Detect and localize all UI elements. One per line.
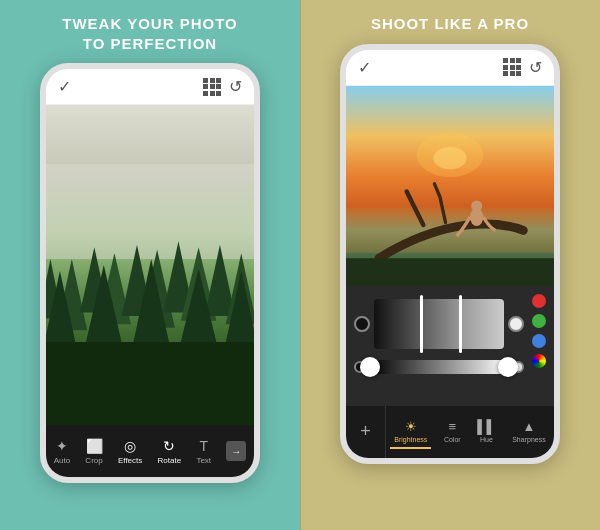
toolbar-item-crop[interactable]: ⬜ Crop xyxy=(85,438,102,465)
toolbar-item-effects[interactable]: ◎ Effects xyxy=(118,438,142,465)
crop-icon: ⬜ xyxy=(86,438,103,454)
svg-point-20 xyxy=(433,147,466,169)
gradient-box xyxy=(374,299,504,349)
left-headline-line2: TO PERFECTION xyxy=(62,34,237,54)
right-phone-mockup: ✓ ↺ xyxy=(340,44,560,464)
swatch-multicolor[interactable] xyxy=(532,354,546,368)
left-headline-line1: TWEAK YOUR PHOTO xyxy=(62,14,237,34)
tab-hue[interactable]: ▌▌ Hue xyxy=(473,415,499,449)
left-photo-area xyxy=(46,105,254,425)
left-panel: TWEAK YOUR PHOTO TO PERFECTION ✓ ↺ xyxy=(0,0,300,530)
color-icon: ≡ xyxy=(448,419,456,434)
right-headline: SHOOT LIKE A PRO xyxy=(351,0,549,44)
bw-right-handle[interactable] xyxy=(498,357,518,377)
right-photo-area xyxy=(346,86,554,286)
right-gradient-handle[interactable] xyxy=(459,295,462,353)
swatch-red[interactable] xyxy=(532,294,546,308)
effects-label: Effects xyxy=(118,456,142,465)
left-phone-mockup: ✓ ↺ xyxy=(40,63,260,483)
left-phone-toolbar: ✦ Auto ⬜ Crop ◎ Effects ↻ Rotate T Text … xyxy=(46,425,254,477)
forest-photo xyxy=(46,105,254,425)
hue-icon: ▌▌ xyxy=(477,419,495,434)
brightness-label: Brightness xyxy=(394,436,427,443)
left-headline: TWEAK YOUR PHOTO TO PERFECTION xyxy=(42,0,257,63)
bw-gradient-row xyxy=(354,360,524,374)
right-panel: SHOOT LIKE A PRO ✓ ↺ xyxy=(300,0,600,530)
left-phone-top-bar: ✓ ↺ xyxy=(46,69,254,105)
sharpness-icon: ▲ xyxy=(523,419,536,434)
check-icon: ✓ xyxy=(58,77,71,96)
grid-icon[interactable] xyxy=(203,78,221,96)
bw-left-handle[interactable] xyxy=(360,357,380,377)
text-icon: T xyxy=(199,438,208,454)
panel-divider xyxy=(300,0,301,530)
swatch-blue[interactable] xyxy=(532,334,546,348)
black-point-dot[interactable] xyxy=(354,316,370,332)
svg-point-23 xyxy=(471,200,482,211)
hue-label: Hue xyxy=(480,436,493,443)
refresh-icon[interactable]: ↺ xyxy=(229,77,242,96)
tab-color[interactable]: ≡ Color xyxy=(440,415,465,449)
tab-brightness[interactable]: ☀ Brightness xyxy=(390,415,431,449)
toolbar-item-text[interactable]: T Text xyxy=(196,438,211,465)
crop-label: Crop xyxy=(85,456,102,465)
right-phone-top-bar: ✓ ↺ xyxy=(346,50,554,86)
auto-icon: ✦ xyxy=(56,438,68,454)
svg-rect-1 xyxy=(46,164,254,259)
sunset-photo xyxy=(346,86,554,286)
svg-rect-24 xyxy=(346,258,554,286)
right-check-icon: ✓ xyxy=(358,58,371,77)
white-point-dot[interactable] xyxy=(508,316,524,332)
effects-icon: ◎ xyxy=(124,438,136,454)
left-gradient-handle[interactable] xyxy=(420,295,423,353)
rotate-label: Rotate xyxy=(158,456,182,465)
tab-sharpness[interactable]: ▲ Sharpness xyxy=(508,415,549,449)
text-label: Text xyxy=(196,456,211,465)
right-grid-icon[interactable] xyxy=(503,58,521,76)
right-refresh-icon[interactable]: ↺ xyxy=(529,58,542,77)
top-bar-right-icons: ↺ xyxy=(203,77,242,96)
right-headline-line1: SHOOT LIKE A PRO xyxy=(371,14,529,34)
color-label: Color xyxy=(444,436,461,443)
toolbar-item-rotate[interactable]: ↻ Rotate xyxy=(158,438,182,465)
svg-rect-17 xyxy=(46,342,254,425)
right-toolbar-tabs: ☀ Brightness ≡ Color ▌▌ Hue ▲ Sharpness xyxy=(386,415,554,449)
gradient-sliders xyxy=(354,294,524,354)
sharpness-label: Sharpness xyxy=(512,436,545,443)
color-grading-panel xyxy=(346,286,554,406)
toolbar-arrow[interactable]: → xyxy=(226,441,246,461)
right-phone-toolbar: + ☀ Brightness ≡ Color ▌▌ Hue ▲ Sharpnes… xyxy=(346,406,554,458)
brightness-icon: ☀ xyxy=(405,419,417,434)
right-top-bar-icons: ↺ xyxy=(503,58,542,77)
rotate-icon: ↻ xyxy=(163,438,175,454)
bw-gradient-bar xyxy=(370,360,508,374)
plus-button[interactable]: + xyxy=(346,406,386,458)
swatch-green[interactable] xyxy=(532,314,546,328)
auto-label: Auto xyxy=(54,456,70,465)
toolbar-item-auto[interactable]: ✦ Auto xyxy=(54,438,70,465)
color-swatches xyxy=(532,294,546,368)
